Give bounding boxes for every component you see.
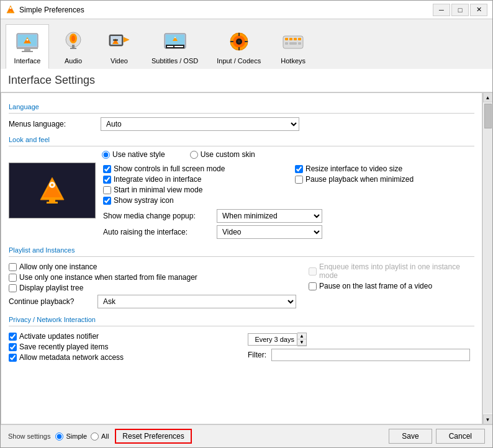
custom-skin-radio[interactable]: [190, 151, 198, 159]
svg-marker-19: [124, 37, 129, 42]
playlist-section: Playlist and Instances Allow only one in…: [9, 246, 474, 311]
svg-rect-34: [238, 33, 240, 36]
show-controls-row: Show controls in full screen mode: [103, 164, 283, 173]
continue-playback-select[interactable]: Ask Always Never: [97, 295, 296, 308]
scroll-thumb[interactable]: [484, 104, 492, 128]
menus-language-select[interactable]: Auto: [101, 117, 299, 131]
subtitles-icon: [162, 29, 188, 55]
custom-skin-option[interactable]: Use custom skin: [190, 150, 255, 159]
scroll-track[interactable]: [484, 104, 492, 413]
tab-input[interactable]: Input / Codecs: [209, 24, 269, 69]
show-systray-row: Show systray icon: [103, 196, 283, 205]
tab-audio[interactable]: Audio: [52, 24, 95, 69]
tab-audio-label: Audio: [65, 57, 82, 65]
checkboxes-container: Show controls in full screen mode Integr…: [103, 163, 474, 241]
updates-notifier-label: Activate updates notifier: [19, 332, 99, 341]
playlist-col-right: Enqueue items into playlist in one insta…: [309, 261, 474, 311]
nav-tabs: Interface Audio Video: [1, 19, 492, 69]
close-button[interactable]: ✕: [470, 4, 487, 16]
svg-rect-16: [70, 48, 76, 49]
settings-panel: Language Menus language: Auto Look and f…: [1, 92, 482, 424]
page-header: Interface Settings: [1, 69, 492, 92]
svg-rect-40: [289, 38, 292, 40]
svg-rect-7: [24, 49, 30, 51]
svg-rect-26: [167, 46, 173, 47]
integrate-video-checkbox[interactable]: [103, 176, 111, 184]
start-minimal-checkbox[interactable]: [103, 186, 111, 194]
one-instance-row: Allow only one instance: [9, 262, 296, 271]
svg-rect-22: [113, 39, 118, 41]
save-button[interactable]: Save: [389, 429, 432, 444]
look-feel-section-header: Look and feel: [9, 136, 474, 143]
svg-rect-50: [49, 197, 55, 202]
maximize-button[interactable]: □: [451, 4, 469, 16]
app-icon: [6, 5, 16, 15]
recently-played-checkbox[interactable]: [9, 343, 17, 351]
window-title: Simple Preferences: [19, 6, 433, 14]
media-change-label: Show media change popup:: [103, 212, 212, 220]
tab-subtitles[interactable]: Subtitles / OSD: [143, 24, 206, 69]
svg-rect-45: [298, 42, 301, 45]
resize-interface-label: Resize interface to video size: [305, 164, 402, 173]
window-controls: ─ □ ✕: [433, 4, 487, 16]
menus-language-row: Menus language: Auto: [9, 117, 474, 131]
show-systray-checkbox[interactable]: [103, 197, 111, 205]
col-right: Resize interface to video size Pause pla…: [295, 163, 474, 207]
privacy-col-right: ▲ ▼ Filter:: [248, 330, 474, 364]
all-radio[interactable]: [91, 432, 99, 441]
resize-interface-row: Resize interface to video size: [295, 164, 474, 173]
minimize-button[interactable]: ─: [433, 4, 450, 16]
filter-input[interactable]: [271, 349, 470, 361]
simple-radio-option[interactable]: Simple: [55, 432, 87, 441]
spinner-up-button[interactable]: ▲: [297, 333, 306, 339]
enqueue-label: Enqueue items into playlist in one insta…: [319, 262, 474, 280]
privacy-section: Privacy / Network Interaction Activate u…: [9, 316, 474, 364]
tab-video[interactable]: Video: [97, 24, 141, 69]
auto-raising-label: Auto raising the interface:: [103, 228, 212, 236]
tab-input-label: Input / Codecs: [217, 57, 261, 65]
updates-notifier-checkbox[interactable]: [9, 333, 17, 341]
updates-frequency-input[interactable]: [248, 333, 297, 346]
one-instance-checkbox[interactable]: [9, 263, 17, 271]
show-controls-checkbox[interactable]: [103, 165, 111, 173]
all-radio-option[interactable]: All: [91, 432, 109, 441]
tab-hotkeys-label: Hotkeys: [281, 57, 305, 65]
spinner-buttons: ▲ ▼: [297, 333, 307, 346]
tab-hotkeys[interactable]: Hotkeys: [271, 24, 315, 69]
cancel-button[interactable]: Cancel: [436, 429, 485, 444]
auto-raising-select[interactable]: Video Never: [217, 225, 322, 239]
simple-radio[interactable]: [55, 432, 63, 441]
media-change-select[interactable]: When minimized Always Never: [217, 209, 322, 223]
pause-last-frame-checkbox[interactable]: [309, 282, 317, 290]
one-instance-fm-label: Use only one instance when started from …: [19, 273, 197, 282]
native-style-option[interactable]: Use native style: [102, 150, 165, 159]
svg-rect-35: [238, 47, 240, 50]
pause-minimized-checkbox[interactable]: [295, 176, 303, 184]
vlc-preview-icon: [37, 175, 68, 206]
enqueue-checkbox[interactable]: [309, 267, 317, 276]
resize-interface-checkbox[interactable]: [295, 165, 303, 173]
svg-rect-8: [22, 51, 33, 52]
scroll-down-button[interactable]: ▼: [483, 414, 493, 424]
one-instance-fm-row: Use only one instance when started from …: [9, 273, 296, 282]
svg-point-49: [51, 184, 53, 186]
scrollbar: ▲ ▼: [482, 92, 492, 424]
display-tree-label: Display playlist tree: [19, 284, 83, 292]
svg-rect-43: [285, 42, 288, 45]
metadata-access-checkbox[interactable]: [9, 354, 17, 362]
title-bar: Simple Preferences ─ □ ✕: [1, 1, 492, 19]
one-instance-fm-checkbox[interactable]: [9, 274, 17, 282]
playlist-section-header: Playlist and Instances: [9, 246, 474, 254]
tab-interface[interactable]: Interface: [6, 24, 49, 69]
native-style-radio[interactable]: [102, 151, 110, 159]
svg-rect-2: [10, 11, 12, 13]
privacy-two-col: Activate updates notifier Save recently …: [9, 330, 474, 364]
privacy-col-left: Activate updates notifier Save recently …: [9, 330, 235, 364]
spinner-down-button[interactable]: ▼: [297, 339, 306, 346]
start-minimal-label: Start in minimal view mode: [114, 186, 202, 194]
display-tree-checkbox[interactable]: [9, 284, 17, 292]
reset-preferences-button[interactable]: Reset Preferences: [115, 429, 191, 444]
svg-rect-39: [285, 38, 288, 40]
scroll-up-button[interactable]: ▲: [483, 92, 493, 102]
display-tree-row: Display playlist tree: [9, 284, 296, 292]
